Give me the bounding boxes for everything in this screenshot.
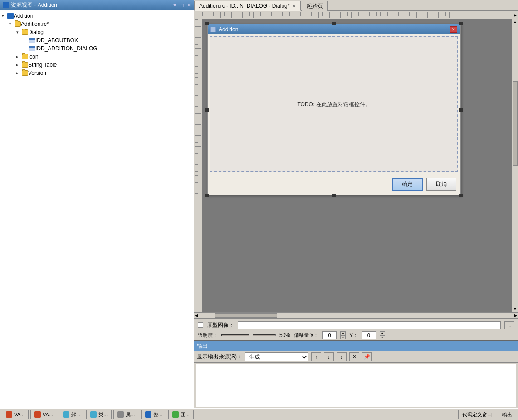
taskbar-icon-jiex xyxy=(63,411,69,418)
tab-rc-dialog-label: Addition.rc - ID...N_DIALOG - Dialog* xyxy=(199,3,289,9)
tree-item-icon[interactable]: ▸ Icon xyxy=(0,53,194,61)
opacity-slider[interactable] xyxy=(221,334,276,336)
tree-label-dialog: Dialog xyxy=(28,29,44,35)
tree-label-rc: Addition.rc* xyxy=(21,21,49,27)
resize-handle-t[interactable] xyxy=(332,22,336,25)
v-scroll-up[interactable]: ▲ xyxy=(513,19,518,25)
app-icon xyxy=(3,2,9,8)
taskbar-icon-ziyuan xyxy=(145,411,151,418)
dialog-close-icon[interactable]: ✕ xyxy=(450,26,457,33)
tab-rc-dialog[interactable]: Addition.rc - ID...N_DIALOG - Dialog* ✕ xyxy=(194,1,301,11)
v-scrollbar[interactable]: ▲ ▼ xyxy=(512,19,518,312)
tree-item-idd-addition-dialog[interactable]: ▸ IDD_ADDITION_DIALOG xyxy=(0,44,194,53)
opacity-label: 透明度： xyxy=(198,332,218,339)
panel-title: 资源视图 - Addition xyxy=(3,1,57,9)
resize-handle-r[interactable] xyxy=(459,108,463,112)
offset-y-spin-down[interactable]: ▼ xyxy=(380,335,385,339)
taskbar-btn-ziyuan[interactable]: 资... xyxy=(141,410,166,419)
taskbar-btn-jiex[interactable]: 解... xyxy=(59,410,84,419)
panel-close-btn[interactable]: ✕ xyxy=(187,2,191,8)
dialog-designer[interactable]: Addition ✕ TODO: 在此放置对话框控件。 确定 取消 xyxy=(202,19,512,312)
offset-x-input[interactable]: 0 xyxy=(322,331,337,339)
panel-controls: ▼ ⊓ ✕ xyxy=(172,2,191,8)
offset-x-spin-up[interactable]: ▲ xyxy=(340,331,346,335)
h-scroll-left[interactable]: ◀ xyxy=(194,313,199,318)
taskbar-btn-code-define[interactable]: 代码定义窗口 xyxy=(458,410,496,419)
taskbar-btn-output[interactable]: 输出 xyxy=(498,410,516,419)
h-scroll-thumb[interactable] xyxy=(215,313,278,318)
offset-x-spin-down[interactable]: ▼ xyxy=(340,335,346,339)
taskbar-label-code-define: 代码定义窗口 xyxy=(462,411,492,418)
dialog-footer: 确定 取消 xyxy=(208,174,460,195)
taskbar-btn-va2[interactable]: VA... xyxy=(30,410,57,419)
editor-panel: Addition.rc - ID...N_DIALOG - Dialog* ✕ … xyxy=(194,0,518,408)
content-area: Addition ✕ TODO: 在此放置对话框控件。 确定 取消 xyxy=(194,19,518,312)
ruler-ticks-h xyxy=(202,11,512,19)
proto-browse-button[interactable]: ... xyxy=(504,321,514,329)
panel-dropdown-btn[interactable]: ▼ xyxy=(172,2,177,8)
offset-x-spin: ▲ ▼ xyxy=(340,331,346,339)
panel-pin-btn[interactable]: ⊓ xyxy=(180,2,184,8)
output-toolbar: 显示输出来源(S)： 生成 调试 错误列表 ↑ ↓ ↕ ✕ 📌 xyxy=(194,351,518,363)
tree-item-string-table[interactable]: ▸ String Table xyxy=(0,61,194,69)
tree-label-aboutbox: IDD_ABOUTBOX xyxy=(35,37,78,44)
folder-icon-version xyxy=(22,70,28,76)
taskbar-btn-va1[interactable]: VA... xyxy=(2,410,29,419)
output-source-select[interactable]: 生成 调试 错误列表 xyxy=(245,352,308,361)
output-btn-pin[interactable]: 📌 xyxy=(362,352,372,361)
output-btn-1[interactable]: ↑ xyxy=(311,352,321,361)
tree-item-version[interactable]: ▸ Version xyxy=(0,69,194,77)
designer-inner: Addition ✕ TODO: 在此放置对话框控件。 确定 取消 xyxy=(207,24,461,195)
folder-icon-icon xyxy=(22,54,28,59)
resize-handle-bl[interactable] xyxy=(205,194,209,197)
tab-start-page[interactable]: 起始页 xyxy=(302,1,328,11)
resource-view-panel: 资源视图 - Addition ▼ ⊓ ✕ ▾ Addition ▾ Addit… xyxy=(0,0,194,408)
h-scroll-right-btn[interactable]: ▶ xyxy=(513,313,518,318)
resize-handle-br[interactable] xyxy=(459,194,463,197)
tree-item-idd-aboutbox[interactable]: ▸ IDD_ABOUTBOX xyxy=(0,36,194,44)
h-scroll-right[interactable]: ▶ xyxy=(512,11,518,19)
offset-y-input[interactable] xyxy=(362,331,376,339)
taskbar-label-output: 输出 xyxy=(502,411,512,418)
output-btn-3[interactable]: ↕ xyxy=(337,352,347,361)
resize-handle-tl[interactable] xyxy=(205,22,209,25)
output-btn-2[interactable]: ↓ xyxy=(324,352,334,361)
output-title: 输出 xyxy=(197,342,208,350)
dialog-body[interactable]: TODO: 在此放置对话框控件。 xyxy=(210,36,458,172)
dialog-window: Addition ✕ TODO: 在此放置对话框控件。 确定 取消 xyxy=(207,24,461,195)
tree-label-icon: Icon xyxy=(28,54,39,60)
output-source-label: 显示输出来源(S)： xyxy=(197,353,242,361)
resize-handle-l[interactable] xyxy=(205,108,209,112)
proto-label: 原型图像： xyxy=(207,322,234,329)
taskbar-label-jiex: 解... xyxy=(71,411,80,418)
dialog-ok-button[interactable]: 确定 xyxy=(392,178,423,191)
dialog-icon-aboutbox xyxy=(29,38,35,43)
proto-checkbox[interactable] xyxy=(198,322,203,328)
v-scroll-thumb[interactable] xyxy=(513,81,518,166)
tree-item-addition[interactable]: ▾ Addition xyxy=(0,12,194,20)
output-btn-clear[interactable]: ✕ xyxy=(349,352,359,361)
taskbar-btn-tuan[interactable]: 团... xyxy=(168,410,194,419)
v-scroll-down[interactable]: ▼ xyxy=(513,306,518,312)
taskbar-btn-shu[interactable]: 属... xyxy=(113,410,139,419)
proto-image-input[interactable] xyxy=(238,321,501,329)
tree-item-dialog[interactable]: ▾ Dialog xyxy=(0,28,194,36)
taskbar-label-lei: 类... xyxy=(98,411,108,418)
proto-row-1: 原型图像： ... xyxy=(198,321,514,329)
taskbar-btn-lei[interactable]: 类... xyxy=(86,410,112,419)
resize-handle-tr[interactable] xyxy=(459,22,463,25)
folder-icon-dialog xyxy=(22,29,28,35)
editor-area: ▶ xyxy=(194,11,518,318)
taskbar-icon-lei xyxy=(90,411,97,418)
tab-rc-dialog-close[interactable]: ✕ xyxy=(292,4,296,9)
folder-icon-rc xyxy=(15,21,21,27)
taskbar-label-va1: VA... xyxy=(14,412,24,417)
output-panel: 输出 显示输出来源(S)： 生成 调试 错误列表 ↑ ↓ ↕ ✕ 📌 xyxy=(194,340,518,408)
resize-handle-b[interactable] xyxy=(332,194,336,197)
tab-bar: Addition.rc - ID...N_DIALOG - Dialog* ✕ … xyxy=(194,0,518,11)
dialog-icon-addition xyxy=(29,46,35,51)
dialog-cancel-button[interactable]: 取消 xyxy=(426,178,456,191)
tree-arrow-version: ▸ xyxy=(16,71,22,75)
tree-item-addition-rc[interactable]: ▾ Addition.rc* xyxy=(0,20,194,28)
offset-y-spin-up[interactable]: ▲ xyxy=(380,331,385,335)
